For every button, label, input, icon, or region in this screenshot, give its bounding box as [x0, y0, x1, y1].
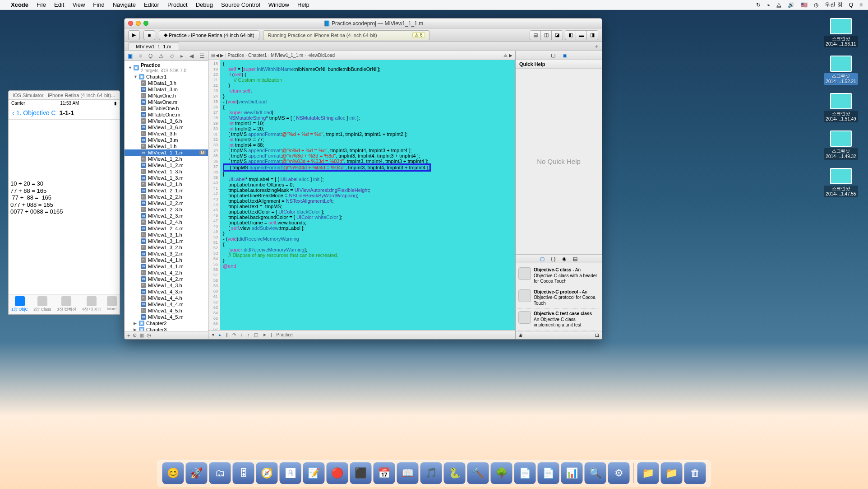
- tree-item[interactable]: mMIView1_2_2.m: [125, 200, 208, 206]
- jump-folder[interactable]: Chapter1: [248, 53, 267, 58]
- back-button[interactable]: 1. Objective C: [16, 109, 56, 116]
- library-tabs[interactable]: ▢ { } ◉ ▤: [516, 254, 602, 263]
- menu-appname[interactable]: Xcode: [11, 1, 28, 8]
- jump-method[interactable]: -viewDidLoad: [307, 53, 335, 58]
- editor-tab[interactable]: MIView1_1_1.m: [128, 42, 179, 50]
- tree-item[interactable]: mMIView1_1_1.mM: [125, 149, 208, 156]
- dock-appstore[interactable]: 🅰: [280, 462, 301, 484]
- debug-nav-icon[interactable]: ▸: [180, 53, 183, 59]
- scm-filter-icon[interactable]: ▥: [139, 332, 144, 338]
- dock-word[interactable]: 📄: [514, 462, 536, 484]
- zoom-icon[interactable]: [143, 21, 148, 26]
- dock-keynote[interactable]: 📊: [561, 462, 583, 484]
- dock-finder[interactable]: 😊: [162, 462, 184, 484]
- find-nav-icon[interactable]: Q: [148, 53, 152, 59]
- tree-item[interactable]: mMIView1_3_2.m: [125, 251, 208, 257]
- tree-item[interactable]: mMIView1_4_3.m: [125, 289, 208, 295]
- quickhelp-inspector-icon[interactable]: ▣: [563, 52, 567, 58]
- add-tab-button[interactable]: +: [595, 43, 598, 50]
- wifi-icon[interactable]: ⧋: [776, 2, 781, 8]
- breakpoint-nav-icon[interactable]: ◀: [189, 53, 194, 59]
- sim-tab[interactable]: 4장 데이터: [82, 296, 102, 312]
- dock-folder1[interactable]: 📁: [637, 462, 659, 484]
- related-items-icon[interactable]: ⊞: [211, 53, 215, 58]
- step-in-icon[interactable]: ↓: [240, 332, 243, 337]
- forward-button[interactable]: ▶: [220, 53, 224, 58]
- test-nav-icon[interactable]: ◇: [170, 53, 174, 59]
- filter-icon[interactable]: ⊙: [133, 332, 137, 338]
- tree-item[interactable]: mMIView1_4_4.m: [125, 301, 208, 307]
- step-out-icon[interactable]: ↑: [247, 332, 249, 337]
- tree-item[interactable]: mMIView1_4_2.m: [125, 276, 208, 282]
- editor-mode-buttons[interactable]: ▤◫◪: [530, 30, 563, 40]
- tree-item[interactable]: hMIView1_4_4.h: [125, 295, 208, 301]
- sync-icon[interactable]: ↻: [756, 2, 761, 8]
- scheme-selector[interactable]: ◆ Practice › iPhone Retina (4-inch 64-bi…: [159, 30, 259, 40]
- sim-tab[interactable]: 2장 Class: [33, 296, 51, 312]
- tree-item[interactable]: mMINavOne.m: [125, 99, 208, 105]
- tree-item[interactable]: mMIView1_4_5.m: [125, 314, 208, 320]
- menu-edit[interactable]: Edit: [54, 1, 64, 8]
- menu-sourcecontrol[interactable]: Source Control: [221, 1, 260, 8]
- object-library-icon[interactable]: ◉: [562, 256, 567, 262]
- dock-safari[interactable]: 🧭: [256, 462, 278, 484]
- tree-item[interactable]: ▼▣Chapter1: [125, 74, 208, 80]
- dock-mission[interactable]: 🗂: [209, 462, 231, 484]
- tree-item[interactable]: mMIView1_3.m: [125, 137, 208, 143]
- menu-find[interactable]: Find: [93, 1, 104, 8]
- debug-scheme[interactable]: Practice: [277, 332, 293, 337]
- tree-item[interactable]: mMIData1_3.m: [125, 86, 208, 93]
- tree-item[interactable]: hMIView1_4_3.h: [125, 282, 208, 289]
- menu-view[interactable]: View: [72, 1, 85, 8]
- desktop-file[interactable]: 스크린샷2014-...1.52.21: [823, 56, 859, 85]
- menu-product[interactable]: Product: [167, 1, 188, 8]
- tree-item[interactable]: hMIView1_4_1.h: [125, 257, 208, 263]
- library-item[interactable]: Objective-C test case class - An Objecti…: [517, 309, 600, 331]
- dock-dashboard[interactable]: 🎛: [233, 462, 254, 484]
- dock-ibooks[interactable]: 📖: [397, 462, 419, 484]
- user-name[interactable]: 우진 정: [825, 1, 842, 9]
- tree-item[interactable]: hMIView1_1.h: [125, 143, 208, 149]
- tree-item[interactable]: hMIView1_3_6.h: [125, 118, 208, 124]
- tree-item[interactable]: mMIView1_3_1.m: [125, 238, 208, 244]
- tree-item[interactable]: mMIView1_2_1.m: [125, 187, 208, 194]
- tree-item[interactable]: ▶▣Chapter3: [125, 326, 208, 331]
- tree-item[interactable]: mMIView1_1_3.m: [125, 175, 208, 181]
- tree-item[interactable]: hMIView1_2_2.h: [125, 194, 208, 200]
- tree-item[interactable]: mMIView1_1_2.m: [125, 162, 208, 168]
- tree-item[interactable]: hMINavOne.h: [125, 93, 208, 99]
- tree-item[interactable]: hMIView1_1_2.h: [125, 156, 208, 162]
- dock-trash[interactable]: 🗑: [684, 462, 706, 484]
- clock-icon[interactable]: ◷: [814, 2, 818, 8]
- menu-editor[interactable]: Editor: [144, 1, 159, 8]
- bluetooth-icon[interactable]: ⌁: [767, 2, 770, 8]
- dock-settings[interactable]: ⚙: [608, 462, 630, 484]
- pause-icon[interactable]: ‖: [226, 332, 228, 337]
- tree-item[interactable]: hMIView1_3.h: [125, 130, 208, 137]
- back-button[interactable]: ◀: [216, 53, 219, 58]
- tree-item[interactable]: mMIView1_3_6.m: [125, 124, 208, 130]
- run-button[interactable]: ▶: [128, 30, 140, 40]
- project-nav-icon[interactable]: ▣: [128, 53, 133, 59]
- sim-tab[interactable]: 3장 컬렉션: [57, 296, 77, 312]
- sim-tab[interactable]: More: [107, 296, 117, 312]
- file-template-icon[interactable]: ▢: [540, 256, 545, 262]
- menu-help[interactable]: Help: [297, 1, 309, 8]
- desktop-file[interactable]: 스크린샷2014-...1.51.49: [823, 93, 859, 122]
- jump-bar[interactable]: ⊞ ◀ ▶ | Practice› Chapter1› MIView1_1_1.…: [208, 51, 515, 60]
- tree-item[interactable]: mMIView1_2_4.m: [125, 225, 208, 232]
- warning-badge[interactable]: ⚠ 6: [412, 32, 425, 38]
- code-editor[interactable]: 1819202122232425262728293031323334353637…: [208, 60, 515, 330]
- filter-field[interactable]: ⊡: [595, 332, 599, 338]
- tree-item[interactable]: mMIView1_2_3.m: [125, 213, 208, 219]
- tree-item[interactable]: hMITableOne.h: [125, 105, 208, 112]
- dock-xcode[interactable]: 🔨: [467, 462, 489, 484]
- issue-indicator-icon[interactable]: ⚠ ▶: [503, 53, 512, 58]
- dock-pages[interactable]: 📄: [538, 462, 559, 484]
- symbol-nav-icon[interactable]: ≡: [139, 53, 142, 59]
- view-panel-buttons[interactable]: ◧▬◨: [565, 30, 598, 40]
- notification-icon[interactable]: ≡: [859, 2, 863, 8]
- jump-file[interactable]: MIView1_1_1.m: [271, 53, 304, 58]
- log-nav-icon[interactable]: ☰: [200, 53, 205, 59]
- tree-item[interactable]: hMIView1_3_2.h: [125, 244, 208, 251]
